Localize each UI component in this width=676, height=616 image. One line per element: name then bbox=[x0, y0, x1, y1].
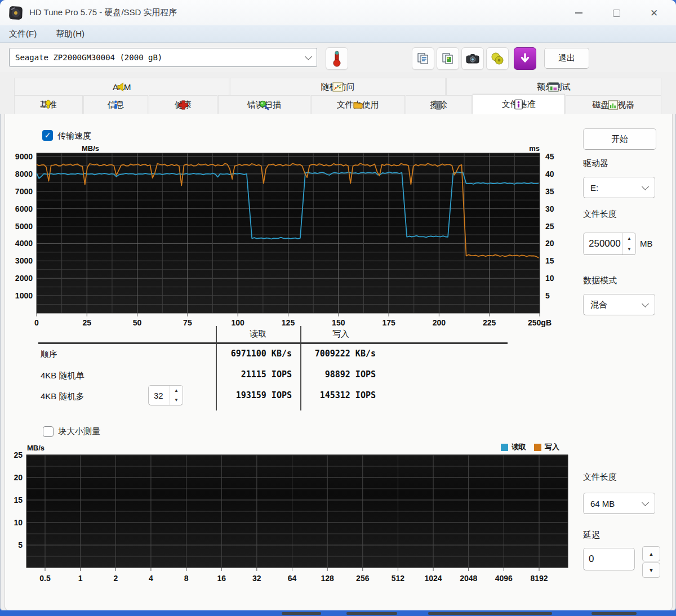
app-window: HD Tune Pro 5.75 - 硬盘/SSD 实用程序 ✕ 文件(F) 帮… bbox=[0, 0, 676, 611]
file-length2-dropdown[interactable]: 64 MB bbox=[583, 493, 655, 514]
exit-button[interactable]: 退出 bbox=[544, 48, 589, 69]
spin-down-icon: ▼ bbox=[623, 244, 635, 255]
spin-up-icon: ▲ bbox=[649, 551, 654, 557]
spin-up-icon: ▲ bbox=[170, 386, 183, 395]
tab-aam[interactable]: AAM bbox=[14, 78, 229, 95]
drive-label: 驱动器 bbox=[583, 158, 608, 169]
sequential-write-value: 7009222 KB/s bbox=[286, 349, 376, 359]
magnifier-icon bbox=[259, 100, 269, 110]
sequential-read-value: 6971100 KB/s bbox=[202, 349, 292, 359]
svg-text:128: 128 bbox=[321, 574, 334, 583]
svg-text:100: 100 bbox=[232, 318, 245, 327]
file-length-spinner[interactable]: 250000 ▲▼ bbox=[583, 233, 636, 255]
maximize-icon bbox=[613, 10, 620, 17]
svg-text:250gB: 250gB bbox=[528, 318, 552, 327]
window-bottom-edge bbox=[0, 610, 676, 616]
tab-benchmark[interactable]: 基准 bbox=[14, 95, 83, 114]
download-arrow-icon bbox=[519, 52, 531, 65]
tab-extra-tests[interactable]: 额外测试 bbox=[446, 78, 661, 95]
svg-text:5: 5 bbox=[545, 291, 550, 300]
file-length2-value: 64 MB bbox=[590, 499, 615, 508]
copy-text-button[interactable] bbox=[412, 47, 434, 70]
maximize-button[interactable] bbox=[608, 7, 625, 19]
tab-random-access[interactable]: 随机访问 bbox=[230, 78, 445, 95]
copy-text-icon bbox=[416, 52, 430, 65]
svg-text:25: 25 bbox=[545, 222, 554, 231]
svg-text:MB/s: MB/s bbox=[27, 444, 45, 452]
block-size-label: 块大小测量 bbox=[58, 426, 100, 437]
transfer-speed-label: 传输速度 bbox=[57, 131, 91, 141]
start-button-label: 开始 bbox=[611, 134, 628, 145]
data-mode-dropdown[interactable]: 混合 bbox=[583, 294, 655, 315]
svg-text:4096: 4096 bbox=[495, 574, 513, 583]
chevron-down-icon bbox=[642, 300, 649, 307]
health-cross-icon bbox=[178, 100, 189, 110]
chevron-down-icon bbox=[305, 53, 312, 60]
block-size-checkbox[interactable] bbox=[43, 426, 54, 437]
svg-text:0: 0 bbox=[34, 318, 39, 327]
queue-depth-spin-buttons[interactable]: ▲▼ bbox=[170, 386, 183, 405]
svg-text:15: 15 bbox=[14, 496, 23, 505]
svg-text:45: 45 bbox=[545, 152, 554, 161]
close-button[interactable]: ✕ bbox=[646, 7, 662, 19]
svg-text:32: 32 bbox=[252, 574, 261, 583]
copy-image-icon bbox=[441, 52, 455, 65]
svg-text:5: 5 bbox=[18, 541, 23, 550]
delay-up-button[interactable]: ▲ bbox=[642, 546, 660, 561]
chevron-down-icon bbox=[642, 183, 649, 190]
tab-info[interactable]: 信息 bbox=[83, 95, 149, 114]
svg-text:40: 40 bbox=[545, 169, 554, 178]
delay-down-button[interactable]: ▼ bbox=[642, 563, 660, 578]
drive-dropdown[interactable]: E: bbox=[583, 177, 655, 198]
app-icon bbox=[8, 5, 24, 21]
start-button[interactable]: 开始 bbox=[583, 128, 656, 150]
screenshot-button[interactable] bbox=[461, 47, 484, 70]
svg-text:2000: 2000 bbox=[15, 274, 33, 283]
col-header-write: 写入 bbox=[318, 329, 363, 340]
table-header-rule bbox=[38, 342, 508, 344]
transfer-speed-checkbox[interactable]: ✓ bbox=[42, 130, 53, 141]
svg-text:200: 200 bbox=[433, 318, 446, 327]
save-results-button[interactable] bbox=[486, 47, 509, 70]
tab-file-benchmark[interactable]: 文件基准 bbox=[473, 94, 565, 114]
minimize-button[interactable] bbox=[570, 7, 587, 19]
trash-icon bbox=[433, 100, 444, 110]
delay-input[interactable]: 0 bbox=[583, 548, 635, 570]
svg-text:3000: 3000 bbox=[15, 256, 33, 265]
menu-file[interactable]: 文件(F) bbox=[9, 29, 37, 39]
file-length-spin-buttons[interactable]: ▲▼ bbox=[622, 233, 635, 255]
copy-image-button[interactable] bbox=[437, 47, 459, 70]
svg-text:1024: 1024 bbox=[424, 574, 442, 583]
file-benchmark-icon bbox=[513, 99, 524, 110]
title-bar: HD Tune Pro 5.75 - 硬盘/SSD 实用程序 ✕ bbox=[0, 0, 676, 26]
queue-depth-spinner[interactable]: 32 ▲▼ bbox=[148, 385, 183, 405]
svg-text:15: 15 bbox=[545, 256, 554, 265]
svg-text:30: 30 bbox=[545, 204, 554, 213]
file-length-unit: MB bbox=[640, 239, 653, 248]
block-size-chart: 0.51248163264128256512102420484096819225… bbox=[11, 440, 575, 588]
update-button[interactable] bbox=[514, 47, 536, 70]
svg-text:8: 8 bbox=[184, 574, 189, 583]
drive-selector[interactable]: Seagate ZP2000GM30004 (2000 gB) bbox=[9, 48, 317, 67]
svg-text:6000: 6000 bbox=[15, 204, 33, 213]
queue-depth-value: 32 bbox=[149, 391, 170, 400]
tab-error-scan[interactable]: 错误扫描 bbox=[218, 95, 310, 114]
file-length-label: 文件长度 bbox=[583, 209, 617, 220]
temperature-button[interactable] bbox=[326, 47, 348, 70]
svg-text:1000: 1000 bbox=[15, 291, 33, 300]
svg-text:5000: 5000 bbox=[15, 222, 33, 231]
tab-health[interactable]: 健康 bbox=[149, 95, 217, 114]
spin-up-icon: ▲ bbox=[623, 233, 635, 244]
menu-help[interactable]: 帮助(H) bbox=[56, 29, 84, 39]
svg-text:225: 225 bbox=[483, 318, 496, 327]
tab-folder-usage[interactable]: 文件夹使用 bbox=[311, 95, 405, 114]
scatter-chart-icon bbox=[332, 82, 343, 92]
tab-erase[interactable]: 擦除 bbox=[406, 95, 472, 114]
svg-text:8000: 8000 bbox=[15, 169, 33, 178]
svg-text:20: 20 bbox=[545, 239, 554, 248]
4k-single-write-value: 98892 IOPS bbox=[286, 369, 376, 380]
check-icon: ✓ bbox=[45, 131, 51, 140]
svg-text:9000: 9000 bbox=[15, 152, 33, 161]
4k-single-read-value: 21115 IOPS bbox=[202, 369, 292, 380]
tab-disk-monitor[interactable]: 磁盘监视器 bbox=[566, 95, 662, 114]
